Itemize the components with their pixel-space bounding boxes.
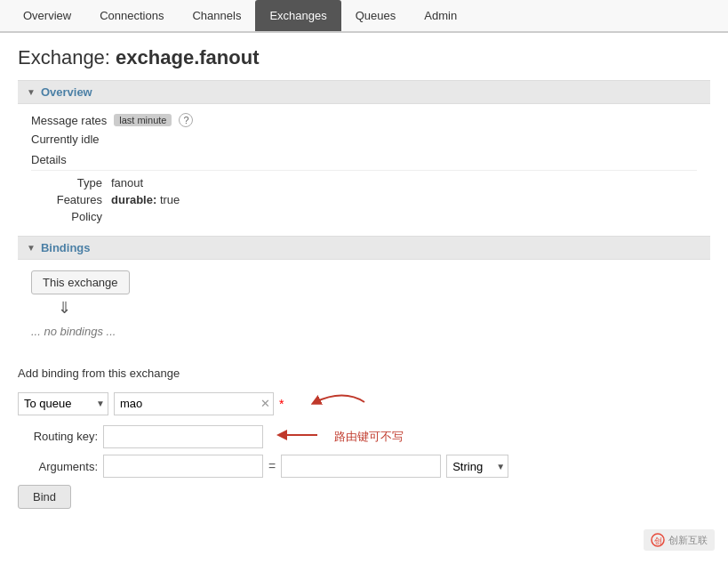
nav-connections[interactable]: Connections [85, 0, 178, 31]
routing-key-label: Routing key: [18, 430, 98, 443]
string-type-wrapper: String ▼ [446, 455, 508, 478]
arguments-row: Arguments: = String ▼ [18, 455, 551, 478]
overview-section-title: Overview [41, 85, 92, 99]
page-title: Exchange: exchage.fanout [18, 46, 710, 69]
message-rates-row: Message rates last minute ? [31, 113, 697, 127]
equals-sign: = [268, 459, 276, 473]
annotation-arrow-svg [298, 389, 369, 415]
page-content: Exchange: exchage.fanout ▼ Overview Mess… [0, 33, 728, 522]
bindings-body: This exchange ⇓ ... no bindings ... [18, 260, 710, 349]
nav-overview[interactable]: Overview [9, 0, 85, 31]
routing-arrow-icon [268, 423, 322, 449]
idle-status: Currently idle [31, 133, 697, 146]
add-binding-section: Add binding from this exchange To queue … [18, 367, 710, 509]
policy-key: Policy [40, 210, 111, 223]
down-arrow-icon: ⇓ [58, 298, 697, 318]
arguments-value-input[interactable] [281, 455, 441, 478]
routing-annotation-text: 路由键可不写 [334, 429, 404, 445]
red-arrow-icon [298, 389, 369, 418]
message-rates-label: Message rates [31, 114, 107, 127]
top-navigation: Overview Connections Channels Exchanges … [0, 0, 728, 33]
add-binding-title: Add binding from this exchange [18, 367, 710, 380]
string-type-select[interactable]: String [446, 455, 508, 478]
policy-row: Policy [40, 210, 697, 223]
type-row: Type fanout [40, 176, 697, 189]
to-queue-row: To queue To exchange ▼ ✕ * [18, 389, 551, 418]
arguments-label: Arguments: [18, 460, 98, 473]
arguments-key-input[interactable] [103, 455, 263, 478]
overview-collapse-arrow: ▼ [27, 87, 36, 97]
last-minute-badge[interactable]: last minute [114, 114, 172, 126]
queue-name-input[interactable] [114, 392, 274, 415]
binding-form: To queue To exchange ▼ ✕ * [18, 389, 551, 478]
overview-section-header[interactable]: ▼ Overview [18, 80, 710, 104]
this-exchange-button[interactable]: This exchange [31, 270, 130, 294]
no-bindings-text: ... no bindings ... [31, 325, 697, 338]
nav-admin[interactable]: Admin [410, 0, 471, 31]
nav-queues[interactable]: Queues [341, 0, 411, 31]
features-bold: durable: [111, 193, 156, 206]
destination-type-select[interactable]: To queue To exchange [18, 392, 108, 415]
details-label: Details [31, 153, 697, 171]
destination-type-wrapper: To queue To exchange ▼ [18, 392, 108, 415]
features-key: Features [40, 193, 111, 206]
help-icon[interactable]: ? [179, 113, 193, 127]
nav-channels[interactable]: Channels [178, 0, 255, 31]
bindings-section-header[interactable]: ▼ Bindings [18, 236, 710, 260]
clear-queue-button[interactable]: ✕ [260, 398, 270, 409]
bindings-section-title: Bindings [41, 241, 91, 254]
features-row: Features durable: true [40, 193, 697, 206]
type-key: Type [40, 176, 111, 189]
queue-input-wrapper: ✕ [114, 392, 274, 415]
routing-arrow-svg [268, 423, 322, 447]
details-table: Type fanout Features durable: true Polic… [40, 176, 697, 223]
routing-key-row: Routing key: 路由键可不写 [18, 423, 551, 449]
routing-key-input[interactable] [103, 425, 263, 448]
overview-section-body: Message rates last minute ? Currently id… [18, 104, 710, 236]
bindings-collapse-arrow: ▼ [27, 243, 36, 253]
type-value: fanout [111, 176, 143, 189]
features-rest: true [156, 193, 180, 206]
bind-button[interactable]: Bind [18, 485, 71, 509]
nav-exchanges[interactable]: Exchanges [255, 0, 340, 31]
features-value: durable: true [111, 193, 180, 206]
required-star: * [279, 397, 284, 411]
